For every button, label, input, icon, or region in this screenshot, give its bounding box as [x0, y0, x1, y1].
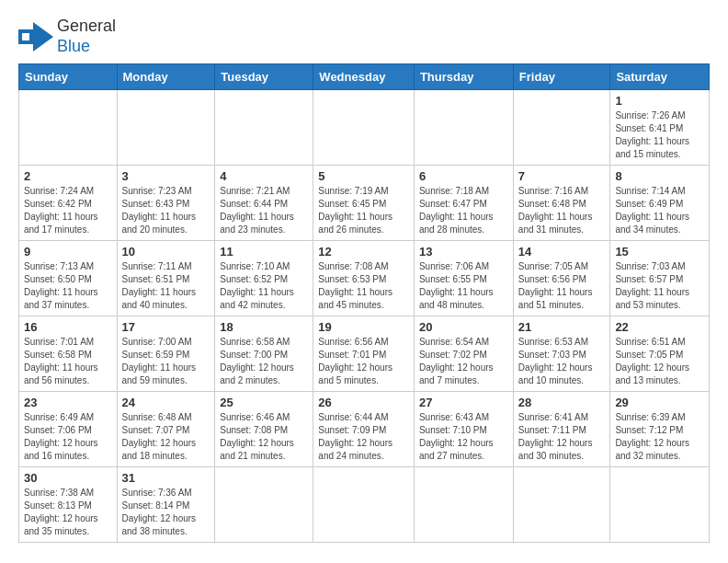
day-info: Sunrise: 6:48 AM Sunset: 7:07 PM Dayligh… [122, 411, 210, 463]
week-row-1: 1Sunrise: 7:26 AM Sunset: 6:41 PM Daylig… [19, 90, 710, 166]
calendar-cell: 16Sunrise: 7:01 AM Sunset: 6:58 PM Dayli… [19, 316, 118, 392]
calendar-cell: 21Sunrise: 6:53 AM Sunset: 7:03 PM Dayli… [513, 316, 610, 392]
calendar-cell: 14Sunrise: 7:05 AM Sunset: 6:56 PM Dayli… [513, 241, 610, 316]
day-number: 6 [419, 169, 508, 183]
calendar-cell [215, 467, 313, 543]
day-info: Sunrise: 6:49 AM Sunset: 7:06 PM Dayligh… [24, 411, 112, 463]
day-number: 10 [122, 245, 210, 259]
day-number: 17 [122, 320, 210, 334]
calendar-cell [513, 467, 610, 543]
svg-marker-1 [33, 22, 53, 52]
day-info: Sunrise: 7:01 AM Sunset: 6:58 PM Dayligh… [24, 336, 112, 387]
svg-rect-2 [22, 33, 29, 40]
day-number: 16 [24, 320, 112, 334]
calendar-cell [313, 90, 415, 166]
weekday-header-friday: Friday [513, 64, 610, 90]
day-info: Sunrise: 6:53 AM Sunset: 7:03 PM Dayligh… [518, 336, 606, 387]
calendar: SundayMondayTuesdayWednesdayThursdayFrid… [18, 63, 710, 543]
day-number: 15 [615, 245, 704, 259]
day-info: Sunrise: 7:10 AM Sunset: 6:52 PM Dayligh… [220, 260, 308, 312]
day-number: 9 [24, 245, 112, 259]
weekday-header-sunday: Sunday [19, 64, 118, 90]
day-number: 14 [518, 245, 606, 259]
day-number: 22 [615, 320, 704, 334]
day-info: Sunrise: 7:36 AM Sunset: 8:14 PM Dayligh… [122, 487, 210, 538]
day-number: 18 [220, 320, 308, 334]
calendar-cell [117, 90, 215, 166]
logo: GeneralBlue [18, 17, 116, 56]
day-number: 11 [220, 245, 308, 259]
calendar-cell: 20Sunrise: 6:54 AM Sunset: 7:02 PM Dayli… [414, 316, 513, 392]
day-number: 26 [318, 396, 409, 409]
day-number: 27 [419, 396, 508, 409]
calendar-cell: 15Sunrise: 7:03 AM Sunset: 6:57 PM Dayli… [610, 241, 710, 316]
week-row-4: 16Sunrise: 7:01 AM Sunset: 6:58 PM Dayli… [19, 316, 710, 392]
day-number: 23 [24, 396, 112, 409]
weekday-header-row: SundayMondayTuesdayWednesdayThursdayFrid… [19, 64, 710, 90]
calendar-cell: 31Sunrise: 7:36 AM Sunset: 8:14 PM Dayli… [117, 467, 215, 543]
calendar-cell: 2Sunrise: 7:24 AM Sunset: 6:42 PM Daylig… [19, 166, 118, 241]
weekday-header-saturday: Saturday [610, 64, 710, 90]
calendar-cell: 8Sunrise: 7:14 AM Sunset: 6:49 PM Daylig… [610, 166, 710, 241]
day-info: Sunrise: 7:26 AM Sunset: 6:41 PM Dayligh… [615, 109, 704, 161]
day-number: 7 [518, 169, 606, 183]
calendar-cell: 6Sunrise: 7:18 AM Sunset: 6:47 PM Daylig… [414, 166, 513, 241]
calendar-cell: 10Sunrise: 7:11 AM Sunset: 6:51 PM Dayli… [117, 241, 215, 316]
calendar-cell: 22Sunrise: 6:51 AM Sunset: 7:05 PM Dayli… [610, 316, 710, 392]
day-info: Sunrise: 7:11 AM Sunset: 6:51 PM Dayligh… [122, 260, 210, 312]
logo-icon [18, 22, 53, 52]
day-number: 30 [24, 471, 112, 485]
day-number: 28 [518, 396, 606, 409]
calendar-cell: 13Sunrise: 7:06 AM Sunset: 6:55 PM Dayli… [414, 241, 513, 316]
header: GeneralBlue [18, 17, 710, 56]
day-info: Sunrise: 7:21 AM Sunset: 6:44 PM Dayligh… [220, 185, 308, 236]
weekday-header-monday: Monday [117, 64, 215, 90]
day-info: Sunrise: 6:46 AM Sunset: 7:08 PM Dayligh… [220, 411, 308, 463]
day-info: Sunrise: 7:23 AM Sunset: 6:43 PM Dayligh… [122, 185, 210, 236]
day-info: Sunrise: 6:51 AM Sunset: 7:05 PM Dayligh… [615, 336, 704, 387]
week-row-2: 2Sunrise: 7:24 AM Sunset: 6:42 PM Daylig… [19, 166, 710, 241]
day-info: Sunrise: 7:24 AM Sunset: 6:42 PM Dayligh… [24, 185, 112, 236]
day-number: 13 [419, 245, 508, 259]
day-info: Sunrise: 6:41 AM Sunset: 7:11 PM Dayligh… [518, 411, 606, 463]
calendar-cell: 27Sunrise: 6:43 AM Sunset: 7:10 PM Dayli… [414, 392, 513, 467]
calendar-cell: 19Sunrise: 6:56 AM Sunset: 7:01 PM Dayli… [313, 316, 415, 392]
calendar-cell: 29Sunrise: 6:39 AM Sunset: 7:12 PM Dayli… [610, 392, 710, 467]
day-number: 25 [220, 396, 308, 409]
logo-text: GeneralBlue [57, 17, 116, 56]
day-info: Sunrise: 7:16 AM Sunset: 6:48 PM Dayligh… [518, 185, 606, 236]
day-number: 29 [615, 396, 704, 409]
calendar-cell: 18Sunrise: 6:58 AM Sunset: 7:00 PM Dayli… [215, 316, 313, 392]
day-number: 19 [318, 320, 409, 334]
calendar-cell [313, 467, 415, 543]
week-row-3: 9Sunrise: 7:13 AM Sunset: 6:50 PM Daylig… [19, 241, 710, 316]
day-number: 3 [122, 169, 210, 183]
day-number: 5 [318, 169, 409, 183]
day-info: Sunrise: 7:00 AM Sunset: 6:59 PM Dayligh… [122, 336, 210, 387]
day-number: 21 [518, 320, 606, 334]
day-number: 4 [220, 169, 308, 183]
calendar-cell: 7Sunrise: 7:16 AM Sunset: 6:48 PM Daylig… [513, 166, 610, 241]
day-info: Sunrise: 7:19 AM Sunset: 6:45 PM Dayligh… [318, 185, 409, 236]
calendar-cell: 4Sunrise: 7:21 AM Sunset: 6:44 PM Daylig… [215, 166, 313, 241]
day-number: 12 [318, 245, 409, 259]
day-number: 1 [615, 94, 704, 108]
day-info: Sunrise: 7:13 AM Sunset: 6:50 PM Dayligh… [24, 260, 112, 312]
calendar-cell [19, 90, 118, 166]
calendar-cell [414, 90, 513, 166]
calendar-cell: 24Sunrise: 6:48 AM Sunset: 7:07 PM Dayli… [117, 392, 215, 467]
day-info: Sunrise: 6:56 AM Sunset: 7:01 PM Dayligh… [318, 336, 409, 387]
calendar-cell [513, 90, 610, 166]
day-info: Sunrise: 7:14 AM Sunset: 6:49 PM Dayligh… [615, 185, 704, 236]
day-info: Sunrise: 7:08 AM Sunset: 6:53 PM Dayligh… [318, 260, 409, 312]
calendar-cell: 1Sunrise: 7:26 AM Sunset: 6:41 PM Daylig… [610, 90, 710, 166]
day-info: Sunrise: 7:03 AM Sunset: 6:57 PM Dayligh… [615, 260, 704, 312]
day-number: 2 [24, 169, 112, 183]
day-info: Sunrise: 6:58 AM Sunset: 7:00 PM Dayligh… [220, 336, 308, 387]
day-info: Sunrise: 6:54 AM Sunset: 7:02 PM Dayligh… [419, 336, 508, 387]
day-number: 31 [122, 471, 210, 485]
calendar-cell: 5Sunrise: 7:19 AM Sunset: 6:45 PM Daylig… [313, 166, 415, 241]
calendar-cell: 28Sunrise: 6:41 AM Sunset: 7:11 PM Dayli… [513, 392, 610, 467]
calendar-cell: 25Sunrise: 6:46 AM Sunset: 7:08 PM Dayli… [215, 392, 313, 467]
calendar-cell: 23Sunrise: 6:49 AM Sunset: 7:06 PM Dayli… [19, 392, 118, 467]
